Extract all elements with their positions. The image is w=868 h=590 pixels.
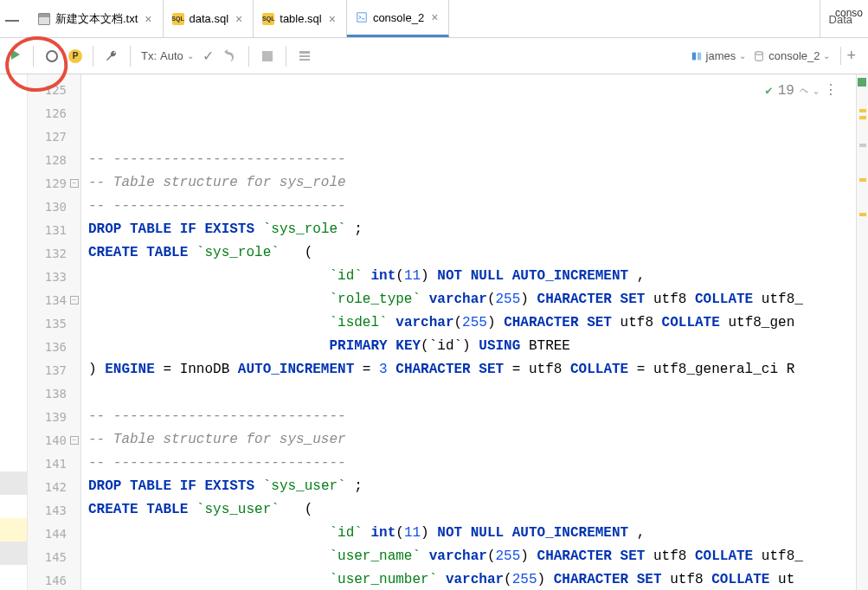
code-line[interactable]: `id` int(11) NOT NULL AUTO_INCREMENT ,	[88, 265, 856, 288]
line-number[interactable]: 133	[28, 265, 80, 288]
right-panel-label[interactable]: Data	[820, 0, 861, 38]
tx-mode-dropdown[interactable]: Tx: Auto ⌄	[141, 49, 194, 62]
console-icon	[356, 11, 368, 23]
tab-label: console_2	[373, 11, 424, 24]
line-number[interactable]: 139	[28, 405, 80, 428]
line-number[interactable]: 127	[28, 125, 80, 148]
tab-data-sql[interactable]: SQLdata.sql×	[164, 0, 254, 37]
problems-count: 19	[778, 80, 794, 103]
tabs-container: 新建文本文档.txt×SQLdata.sql×SQLtable.sql×cons…	[29, 0, 449, 37]
rollback-icon[interactable]	[222, 48, 238, 64]
show-plan-icon[interactable]: P	[68, 49, 82, 63]
code-line[interactable]	[88, 382, 856, 405]
code-line[interactable]: -- Table structure for sys_role	[88, 171, 856, 195]
tab-console_2[interactable]: console_2×	[347, 0, 449, 37]
wrench-icon[interactable]	[104, 48, 119, 64]
code-line[interactable]: DROP TABLE IF EXISTS `sys_user` ;	[88, 475, 856, 498]
editor-toolbar: P Tx: Auto ⌄ ✓ james ⌄ console_2 ⌄ +	[0, 38, 868, 74]
code-line[interactable]: ) ENGINE = InnoDB AUTO_INCREMENT = 3 CHA…	[88, 358, 856, 382]
line-number[interactable]: 136	[28, 335, 80, 358]
line-number[interactable]: 145	[28, 545, 80, 568]
close-icon[interactable]: ×	[327, 12, 338, 26]
sql-file-icon: SQL	[262, 13, 274, 25]
fold-icon[interactable]: −	[70, 179, 79, 188]
schema-label: console_2	[768, 49, 820, 62]
separator	[33, 46, 34, 67]
tab-table-sql[interactable]: SQLtable.sql×	[254, 0, 347, 37]
close-icon[interactable]: ×	[429, 10, 440, 24]
line-number[interactable]: 132	[28, 241, 80, 265]
separator	[286, 46, 286, 67]
code-line[interactable]: `role_type` varchar(255) CHARACTER SET u…	[88, 288, 856, 311]
marker[interactable]	[859, 144, 866, 147]
line-gutter: 125126127128129−130131132133134−13513613…	[28, 74, 81, 590]
line-number[interactable]: 131	[28, 218, 80, 241]
code-line[interactable]: -- Table structure for sys_user	[88, 428, 856, 452]
line-number[interactable]: 138	[28, 382, 80, 405]
tab-label: 新建文本文档.txt	[55, 11, 138, 27]
line-number[interactable]: 146	[28, 568, 80, 590]
tab--txt[interactable]: 新建文本文档.txt×	[29, 0, 164, 37]
code-line[interactable]: -- ----------------------------	[88, 148, 856, 171]
code-line[interactable]: `isdel` varchar(255) CHARACTER SET utf8 …	[88, 311, 856, 335]
tx-label: Tx:	[141, 49, 157, 62]
code-line[interactable]: `user_number` varchar(255) CHARACTER SET…	[88, 568, 856, 590]
schema-dropdown[interactable]: console_2 ⌄	[753, 49, 830, 62]
up-icon[interactable]: ヘ	[800, 80, 808, 103]
tab-bar: 新建文本文档.txt×SQLdata.sql×SQLtable.sql×cons…	[0, 0, 868, 38]
marker[interactable]	[859, 178, 866, 182]
line-number[interactable]: 128	[28, 148, 80, 171]
line-number[interactable]: 137	[28, 358, 80, 382]
status-indicator	[858, 78, 866, 87]
datasource-label: james	[706, 49, 736, 62]
inspection-widget[interactable]: ✔ 19 ヘ ⌄ ⋮	[765, 80, 839, 103]
line-number[interactable]: 125	[28, 78, 80, 101]
commit-icon[interactable]: ✓	[203, 48, 214, 64]
marker[interactable]	[859, 109, 866, 112]
code-line[interactable]: `id` int(11) NOT NULL AUTO_INCREMENT ,	[88, 522, 856, 545]
code-line[interactable]: -- ----------------------------	[88, 405, 856, 428]
tab-label: data.sql	[190, 12, 229, 25]
svg-point-5	[755, 51, 763, 55]
line-number[interactable]: 129−	[28, 171, 80, 195]
line-number[interactable]: 135	[28, 311, 80, 335]
line-number[interactable]: 142	[28, 475, 80, 498]
code-line[interactable]: CREATE TABLE `sys_user` (	[88, 498, 856, 522]
code-editor[interactable]: ✔ 19 ヘ ⌄ ⋮ -- --------------------------…	[81, 74, 856, 590]
code-line[interactable]: -- ----------------------------	[88, 452, 856, 475]
view-settings-icon[interactable]	[297, 48, 312, 64]
run-button[interactable]	[9, 48, 23, 64]
separator	[130, 46, 131, 67]
svg-rect-3	[691, 52, 695, 60]
more-icon[interactable]: ⋮	[824, 80, 839, 103]
stop-icon[interactable]	[260, 48, 275, 64]
down-icon[interactable]: ⌄	[813, 80, 819, 103]
code-line[interactable]: -- ----------------------------	[88, 195, 856, 218]
svg-rect-4	[697, 52, 700, 60]
marker[interactable]	[859, 213, 866, 216]
line-number[interactable]: 130	[28, 195, 80, 218]
line-number[interactable]: 144	[28, 522, 80, 545]
editor-area: 125126127128129−130131132133134−13513613…	[0, 74, 868, 590]
history-icon[interactable]	[44, 48, 60, 64]
line-number[interactable]: 141	[28, 452, 80, 475]
fold-icon[interactable]: −	[70, 296, 79, 305]
line-number[interactable]: 134−	[28, 288, 80, 311]
fold-icon[interactable]: −	[70, 436, 79, 445]
line-number[interactable]: 140−	[28, 428, 80, 452]
line-number[interactable]: 143	[28, 498, 80, 522]
chevron-down-icon: ⌄	[739, 51, 746, 61]
code-line[interactable]: DROP TABLE IF EXISTS `sys_role` ;	[88, 218, 856, 241]
code-line[interactable]: `user_name` varchar(255) CHARACTER SET u…	[88, 545, 856, 568]
error-stripe[interactable]	[856, 74, 868, 590]
minimize-icon[interactable]	[5, 20, 19, 22]
code-line[interactable]: CREATE TABLE `sys_role` (	[88, 241, 856, 265]
datasource-dropdown[interactable]: james ⌄	[691, 49, 747, 62]
line-number[interactable]: 126	[28, 101, 80, 125]
code-line[interactable]: PRIMARY KEY(`id`) USING BTREE	[88, 335, 856, 358]
close-icon[interactable]: ×	[234, 12, 244, 26]
add-button[interactable]: +	[840, 47, 861, 65]
tab-label: table.sql	[280, 12, 321, 25]
marker[interactable]	[859, 116, 866, 119]
close-icon[interactable]: ×	[143, 12, 153, 26]
